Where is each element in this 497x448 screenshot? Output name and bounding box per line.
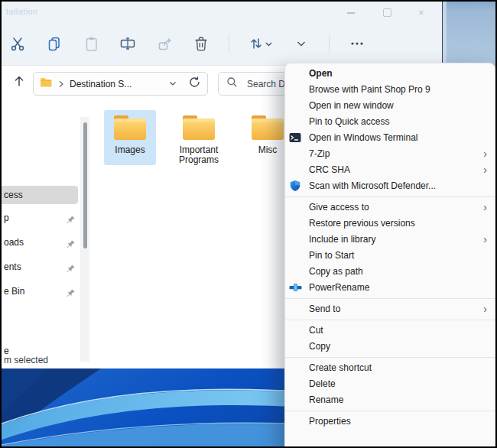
- menu-item-label: Cut: [309, 325, 323, 336]
- folder-icon: [40, 77, 53, 91]
- submenu-chevron-icon: ›: [483, 200, 487, 216]
- menu-separator: [285, 196, 495, 197]
- submenu-chevron-icon: ›: [483, 232, 487, 248]
- menu-item-label: Send to: [309, 304, 340, 314]
- copy-icon[interactable]: [45, 34, 63, 53]
- powerrename-icon: [289, 281, 302, 294]
- view-chevron-icon[interactable]: [292, 34, 310, 53]
- menu-item[interactable]: Cut: [285, 323, 495, 339]
- screenshot-root: tallation × Destination S... Search D ce…: [0, 0, 497, 448]
- menu-item-label: Rename: [309, 394, 343, 405]
- breadcrumb-chevron-icon: [58, 77, 64, 91]
- menu-item[interactable]: 7-Zip›: [285, 146, 495, 162]
- menu-item[interactable]: Open in Windows Terminal: [285, 130, 495, 146]
- address-dropdown-chevron-icon[interactable]: [168, 77, 177, 91]
- cut-icon[interactable]: [8, 34, 27, 53]
- pin-icon: [66, 286, 76, 296]
- menu-item[interactable]: Send to›: [285, 301, 495, 317]
- menu-separator: [285, 298, 495, 299]
- menu-item-label: Copy as path: [309, 266, 363, 277]
- border-top: [0, 0, 497, 2]
- context-menu: OpenBrowse with Paint Shop Pro 9Open in …: [284, 63, 495, 448]
- address-bar[interactable]: Destination S...: [33, 72, 208, 96]
- breadcrumb[interactable]: Destination S...: [70, 79, 132, 89]
- menu-item[interactable]: PowerRename: [285, 280, 495, 296]
- menu-item-label: Pin to Quick access: [309, 116, 389, 127]
- menu-item[interactable]: Properties: [285, 414, 495, 430]
- minimize-button[interactable]: [347, 12, 355, 14]
- delete-icon[interactable]: [192, 34, 210, 53]
- maximize-button[interactable]: [383, 8, 391, 17]
- paste-icon: [82, 34, 100, 53]
- sidebar-item-label: cess: [4, 186, 23, 204]
- scrollbar-thumb[interactable]: [83, 122, 87, 248]
- sort-icon[interactable]: [248, 34, 274, 53]
- menu-item[interactable]: Copy as path: [285, 264, 495, 280]
- navigate-up-button[interactable]: [11, 73, 28, 89]
- menu-item[interactable]: CRC SHA›: [285, 162, 495, 178]
- folder-name: Important Programs: [173, 145, 225, 166]
- menu-item-label: Properties: [309, 416, 351, 427]
- menu-item[interactable]: Rename: [285, 392, 495, 408]
- sidebar-item[interactable]: oads: [2, 233, 78, 252]
- terminal-icon: [289, 131, 302, 144]
- menu-item[interactable]: Pin to Start: [285, 248, 495, 264]
- menu-item[interactable]: Give access to›: [285, 200, 495, 216]
- toolbar-divider: [329, 34, 330, 53]
- search-icon: [226, 76, 238, 91]
- close-button[interactable]: ×: [418, 8, 424, 18]
- menu-item[interactable]: Include in library›: [285, 232, 495, 248]
- status-bar-text: m selected: [4, 355, 48, 365]
- menu-item-label: 7-Zip: [309, 148, 330, 159]
- menu-item-label: Browse with Paint Shop Pro 9: [309, 84, 430, 95]
- menu-item[interactable]: Open: [285, 66, 495, 82]
- menu-separator: [285, 411, 495, 411]
- menu-item[interactable]: Open in new window: [285, 98, 495, 114]
- menu-item[interactable]: Restore previous versions: [285, 216, 495, 232]
- submenu-chevron-icon: ›: [483, 162, 487, 178]
- menu-item-label: CRC SHA: [309, 164, 350, 175]
- sidebar-item-label: e Bin: [4, 282, 24, 300]
- menu-item[interactable]: Create shortcut: [285, 360, 495, 376]
- refresh-icon[interactable]: [188, 76, 201, 92]
- folder-icon: [173, 110, 225, 145]
- menu-item-label: Include in library: [309, 234, 375, 245]
- submenu-chevron-icon: ›: [483, 301, 487, 317]
- folder-name: Images: [104, 145, 156, 156]
- menu-item-label: Scan with Microsoft Defender...: [309, 180, 436, 191]
- submenu-chevron-icon: ›: [483, 146, 487, 162]
- sidebar-item[interactable]: p: [2, 209, 78, 227]
- pin-icon: [66, 237, 76, 247]
- search-input[interactable]: Search D: [247, 79, 285, 89]
- toolbar-divider: [229, 34, 229, 53]
- sidebar-scrollbar[interactable]: [80, 117, 89, 362]
- menu-separator: [285, 320, 495, 320]
- menu-item-label: PowerRename: [309, 282, 369, 293]
- menu-item[interactable]: Delete: [285, 376, 495, 392]
- sidebar-item[interactable]: cess: [2, 186, 78, 204]
- sidebar-item[interactable]: ents: [2, 258, 78, 276]
- menu-item-label: Copy: [309, 341, 330, 352]
- border-left: [0, 0, 2, 448]
- menu-item-label: Restore previous versions: [309, 218, 415, 229]
- sidebar-item-label: p: [4, 209, 9, 227]
- menu-item-label: Open in new window: [309, 100, 394, 111]
- menu-item[interactable]: Copy: [285, 339, 495, 355]
- share-icon: [155, 34, 174, 53]
- menu-item[interactable]: Browse with Paint Shop Pro 9: [285, 82, 495, 98]
- command-toolbar: [2, 23, 442, 64]
- menu-item-label: Pin to Start: [309, 250, 354, 261]
- menu-item[interactable]: Pin to Quick access: [285, 114, 495, 130]
- menu-separator: [285, 357, 495, 358]
- folder-tile[interactable]: Important Programs: [173, 110, 225, 165]
- more-icon[interactable]: [348, 34, 366, 53]
- defender-icon: [289, 180, 302, 193]
- pin-icon: [66, 213, 76, 222]
- menu-item-label: Give access to: [309, 202, 369, 213]
- sidebar-item[interactable]: e Bin: [2, 282, 78, 300]
- menu-item-label: Open: [309, 68, 333, 79]
- rename-icon[interactable]: [119, 34, 137, 53]
- menu-item[interactable]: Scan with Microsoft Defender...: [285, 178, 495, 194]
- folder-icon: [104, 110, 156, 145]
- folder-tile[interactable]: Images: [104, 110, 156, 165]
